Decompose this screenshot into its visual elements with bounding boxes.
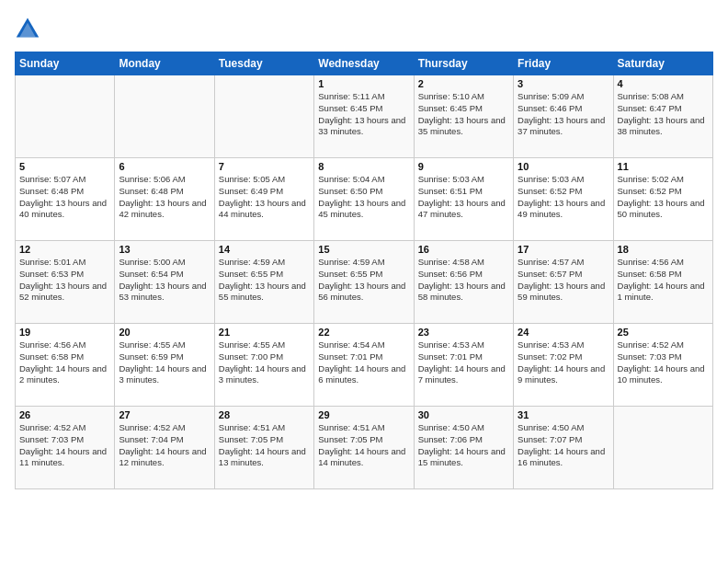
day-number: 9 [418, 161, 509, 172]
day-number: 28 [219, 409, 310, 420]
day-content: Sunrise: 4:53 AM Sunset: 7:02 PM Dayligh… [518, 339, 609, 386]
calendar-cell: 14Sunrise: 4:59 AM Sunset: 6:55 PM Dayli… [214, 241, 313, 324]
day-content: Sunrise: 4:54 AM Sunset: 7:01 PM Dayligh… [318, 339, 409, 386]
calendar-cell: 18Sunrise: 4:56 AM Sunset: 6:58 PM Dayli… [613, 241, 712, 324]
week-row-0: 1Sunrise: 5:11 AM Sunset: 6:45 PM Daylig… [16, 75, 713, 158]
page-header [15, 15, 713, 40]
day-content: Sunrise: 4:51 AM Sunset: 7:05 PM Dayligh… [318, 422, 409, 469]
day-content: Sunrise: 4:53 AM Sunset: 7:01 PM Dayligh… [418, 339, 509, 386]
day-number: 22 [318, 327, 409, 338]
calendar-cell: 31Sunrise: 4:50 AM Sunset: 7:07 PM Dayli… [514, 407, 613, 489]
day-content: Sunrise: 5:00 AM Sunset: 6:54 PM Dayligh… [119, 257, 210, 304]
day-content: Sunrise: 4:51 AM Sunset: 7:05 PM Dayligh… [219, 422, 310, 469]
calendar-cell: 29Sunrise: 4:51 AM Sunset: 7:05 PM Dayli… [314, 407, 414, 489]
day-number: 21 [219, 327, 310, 338]
day-number: 4 [618, 78, 709, 89]
header-day-sunday: Sunday [16, 52, 115, 75]
day-number: 5 [19, 161, 110, 172]
calendar-cell: 28Sunrise: 4:51 AM Sunset: 7:05 PM Dayli… [214, 407, 313, 489]
header-day-monday: Monday [115, 52, 214, 75]
calendar-cell: 10Sunrise: 5:03 AM Sunset: 6:52 PM Dayli… [514, 158, 613, 241]
day-content: Sunrise: 5:03 AM Sunset: 6:52 PM Dayligh… [518, 174, 609, 221]
day-number: 24 [518, 327, 609, 338]
day-content: Sunrise: 4:55 AM Sunset: 6:59 PM Dayligh… [119, 339, 210, 386]
day-number: 2 [418, 78, 509, 89]
week-row-4: 26Sunrise: 4:52 AM Sunset: 7:03 PM Dayli… [16, 407, 713, 489]
header-day-wednesday: Wednesday [314, 52, 414, 75]
calendar-cell: 15Sunrise: 4:59 AM Sunset: 6:55 PM Dayli… [314, 241, 414, 324]
day-content: Sunrise: 5:02 AM Sunset: 6:52 PM Dayligh… [618, 174, 709, 221]
day-number: 13 [119, 244, 210, 255]
calendar-cell: 21Sunrise: 4:55 AM Sunset: 7:00 PM Dayli… [214, 324, 313, 407]
day-number: 12 [19, 244, 110, 255]
calendar-cell: 2Sunrise: 5:10 AM Sunset: 6:45 PM Daylig… [414, 75, 513, 158]
calendar-cell: 1Sunrise: 5:11 AM Sunset: 6:45 PM Daylig… [314, 75, 414, 158]
calendar-header: SundayMondayTuesdayWednesdayThursdayFrid… [16, 52, 713, 75]
calendar-cell [115, 75, 214, 158]
day-number: 25 [618, 327, 709, 338]
day-content: Sunrise: 5:06 AM Sunset: 6:48 PM Dayligh… [119, 174, 210, 221]
day-number: 15 [318, 244, 409, 255]
day-number: 14 [219, 244, 310, 255]
day-number: 3 [518, 78, 609, 89]
calendar-cell: 7Sunrise: 5:05 AM Sunset: 6:49 PM Daylig… [214, 158, 313, 241]
calendar-cell: 11Sunrise: 5:02 AM Sunset: 6:52 PM Dayli… [613, 158, 712, 241]
calendar-cell [214, 75, 313, 158]
day-content: Sunrise: 4:55 AM Sunset: 7:00 PM Dayligh… [219, 339, 310, 386]
calendar-table: SundayMondayTuesdayWednesdayThursdayFrid… [15, 52, 713, 489]
calendar-cell: 26Sunrise: 4:52 AM Sunset: 7:03 PM Dayli… [16, 407, 115, 489]
day-content: Sunrise: 5:07 AM Sunset: 6:48 PM Dayligh… [19, 174, 110, 221]
day-number: 8 [318, 161, 409, 172]
calendar-cell: 27Sunrise: 4:52 AM Sunset: 7:04 PM Dayli… [115, 407, 214, 489]
week-row-1: 5Sunrise: 5:07 AM Sunset: 6:48 PM Daylig… [16, 158, 713, 241]
calendar-cell: 12Sunrise: 5:01 AM Sunset: 6:53 PM Dayli… [16, 241, 115, 324]
calendar-cell: 19Sunrise: 4:56 AM Sunset: 6:58 PM Dayli… [16, 324, 115, 407]
header-day-saturday: Saturday [613, 52, 712, 75]
calendar-cell: 8Sunrise: 5:04 AM Sunset: 6:50 PM Daylig… [314, 158, 414, 241]
day-content: Sunrise: 5:11 AM Sunset: 6:45 PM Dayligh… [318, 91, 409, 138]
logo-icon [15, 15, 40, 40]
calendar-cell: 23Sunrise: 4:53 AM Sunset: 7:01 PM Dayli… [414, 324, 513, 407]
day-number: 18 [618, 244, 709, 255]
calendar-cell: 3Sunrise: 5:09 AM Sunset: 6:46 PM Daylig… [514, 75, 613, 158]
header-row: SundayMondayTuesdayWednesdayThursdayFrid… [16, 52, 713, 75]
header-day-thursday: Thursday [414, 52, 513, 75]
day-number: 7 [219, 161, 310, 172]
day-number: 27 [119, 409, 210, 420]
day-number: 26 [19, 409, 110, 420]
day-number: 20 [119, 327, 210, 338]
day-number: 1 [318, 78, 409, 89]
day-content: Sunrise: 4:59 AM Sunset: 6:55 PM Dayligh… [318, 257, 409, 304]
day-content: Sunrise: 5:04 AM Sunset: 6:50 PM Dayligh… [318, 174, 409, 221]
day-number: 16 [418, 244, 509, 255]
day-content: Sunrise: 4:56 AM Sunset: 6:58 PM Dayligh… [618, 257, 709, 304]
calendar-cell: 24Sunrise: 4:53 AM Sunset: 7:02 PM Dayli… [514, 324, 613, 407]
day-content: Sunrise: 4:59 AM Sunset: 6:55 PM Dayligh… [219, 257, 310, 304]
day-content: Sunrise: 4:58 AM Sunset: 6:56 PM Dayligh… [418, 257, 509, 304]
calendar-cell: 16Sunrise: 4:58 AM Sunset: 6:56 PM Dayli… [414, 241, 513, 324]
day-content: Sunrise: 5:01 AM Sunset: 6:53 PM Dayligh… [19, 257, 110, 304]
day-content: Sunrise: 4:52 AM Sunset: 7:03 PM Dayligh… [618, 339, 709, 386]
calendar-cell: 30Sunrise: 4:50 AM Sunset: 7:06 PM Dayli… [414, 407, 513, 489]
week-row-3: 19Sunrise: 4:56 AM Sunset: 6:58 PM Dayli… [16, 324, 713, 407]
calendar-body: 1Sunrise: 5:11 AM Sunset: 6:45 PM Daylig… [16, 75, 713, 489]
calendar-cell: 9Sunrise: 5:03 AM Sunset: 6:51 PM Daylig… [414, 158, 513, 241]
day-number: 17 [518, 244, 609, 255]
calendar-cell: 22Sunrise: 4:54 AM Sunset: 7:01 PM Dayli… [314, 324, 414, 407]
calendar-cell: 5Sunrise: 5:07 AM Sunset: 6:48 PM Daylig… [16, 158, 115, 241]
week-row-2: 12Sunrise: 5:01 AM Sunset: 6:53 PM Dayli… [16, 241, 713, 324]
calendar-cell: 25Sunrise: 4:52 AM Sunset: 7:03 PM Dayli… [613, 324, 712, 407]
day-number: 11 [618, 161, 709, 172]
header-day-friday: Friday [514, 52, 613, 75]
calendar-cell [613, 407, 712, 489]
day-number: 10 [518, 161, 609, 172]
calendar-cell: 20Sunrise: 4:55 AM Sunset: 6:59 PM Dayli… [115, 324, 214, 407]
day-content: Sunrise: 4:50 AM Sunset: 7:06 PM Dayligh… [418, 422, 509, 469]
day-content: Sunrise: 4:57 AM Sunset: 6:57 PM Dayligh… [518, 257, 609, 304]
day-number: 30 [418, 409, 509, 420]
day-content: Sunrise: 5:03 AM Sunset: 6:51 PM Dayligh… [418, 174, 509, 221]
day-content: Sunrise: 4:52 AM Sunset: 7:04 PM Dayligh… [119, 422, 210, 469]
day-content: Sunrise: 4:52 AM Sunset: 7:03 PM Dayligh… [19, 422, 110, 469]
logo [15, 15, 44, 40]
calendar-cell: 17Sunrise: 4:57 AM Sunset: 6:57 PM Dayli… [514, 241, 613, 324]
